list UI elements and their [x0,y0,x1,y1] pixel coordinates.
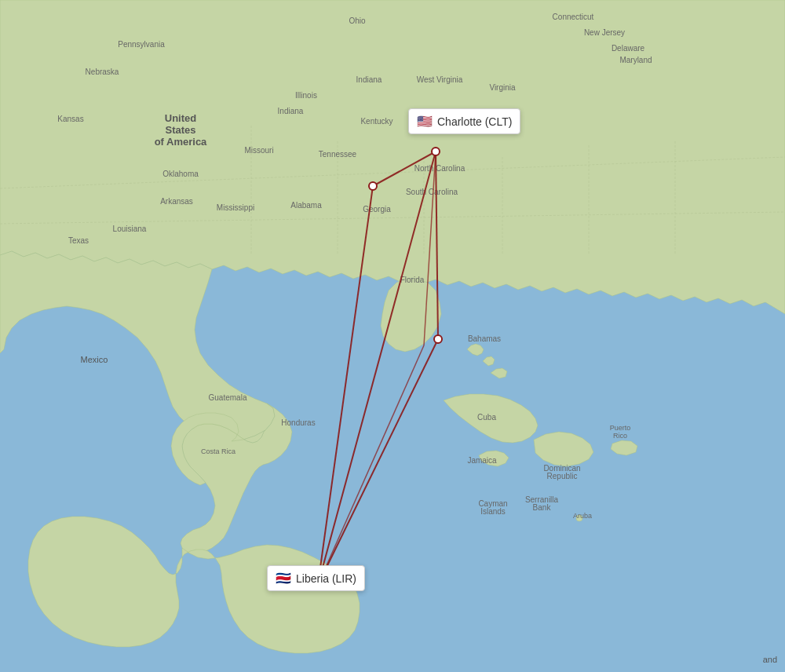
svg-text:Puerto: Puerto [610,424,631,432]
svg-text:New Jersey: New Jersey [584,28,625,37]
svg-text:States: States [165,124,195,136]
svg-text:Honduras: Honduras [281,418,315,427]
svg-text:Islands: Islands [480,507,506,516]
map-container: United States of America Nebraska Pennsy… [0,0,785,672]
svg-text:Bank: Bank [533,503,552,512]
svg-text:Guatemala: Guatemala [209,393,247,402]
svg-text:Georgia: Georgia [363,205,391,214]
svg-text:Florida: Florida [400,276,425,284]
svg-text:Connecticut: Connecticut [553,13,594,21]
svg-text:South Carolina: South Carolina [406,188,458,196]
svg-text:Ohio: Ohio [349,16,366,25]
svg-text:Indiana: Indiana [278,107,304,115]
svg-text:Delaware: Delaware [612,44,645,53]
svg-point-66 [432,148,440,155]
svg-text:Mississippi: Mississippi [217,203,254,212]
svg-text:Louisiana: Louisiana [113,225,147,233]
svg-text:Bahamas: Bahamas [468,334,501,343]
svg-text:United: United [165,112,197,124]
svg-text:Republic: Republic [547,472,578,480]
bottom-attribution: and [763,655,777,664]
svg-point-65 [434,335,442,343]
map-svg: United States of America Nebraska Pennsy… [0,0,785,672]
svg-text:Costa Rica: Costa Rica [201,447,236,455]
svg-text:Texas: Texas [68,236,89,245]
svg-text:Kansas: Kansas [57,115,83,123]
svg-text:Virginia: Virginia [489,83,516,92]
svg-point-64 [369,182,377,190]
svg-text:Mexico: Mexico [81,355,108,364]
svg-text:North Carolina: North Carolina [414,164,466,173]
svg-text:Rico: Rico [613,432,627,440]
svg-text:Oklahoma: Oklahoma [162,170,199,178]
svg-text:Aruba: Aruba [573,512,592,520]
svg-text:West Virginia: West Virginia [417,75,463,84]
bottom-attribution-text: and [763,655,777,664]
svg-text:of America: of America [155,136,207,148]
svg-text:Kentucky: Kentucky [360,117,392,126]
svg-text:Pennsylvania: Pennsylvania [118,40,165,49]
svg-text:Jamaica: Jamaica [467,456,497,465]
svg-text:Cuba: Cuba [477,413,496,422]
svg-point-67 [314,581,322,589]
svg-text:Illinois: Illinois [295,91,317,100]
svg-text:Arkansas: Arkansas [160,197,193,206]
svg-text:Indiana: Indiana [356,75,382,84]
svg-text:Tennessee: Tennessee [319,150,357,159]
svg-text:Alabama: Alabama [290,201,322,210]
svg-text:Nebraska: Nebraska [86,68,119,76]
svg-text:Missouri: Missouri [244,146,273,155]
svg-text:Maryland: Maryland [619,56,652,64]
